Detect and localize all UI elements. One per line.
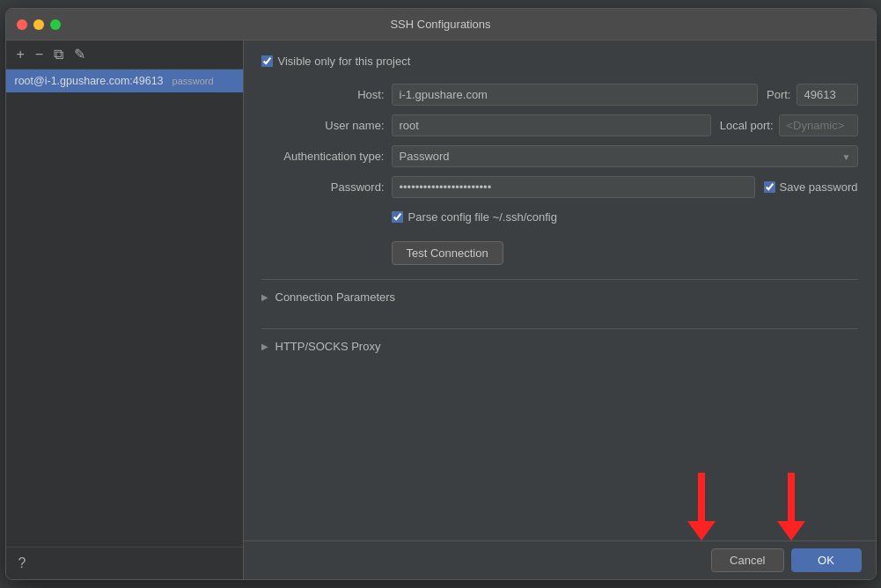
local-port-label: Local port: xyxy=(720,119,774,132)
http-socks-toggle[interactable]: ▶ HTTP/SOCKS Proxy xyxy=(261,336,858,356)
password-input[interactable] xyxy=(392,176,755,198)
http-socks-section: ▶ HTTP/SOCKS Proxy xyxy=(261,328,858,364)
arrows-container xyxy=(244,461,876,540)
port-label: Port: xyxy=(767,88,790,101)
connection-params-section: ▶ Connection Parameters xyxy=(261,279,858,314)
save-password-checkbox[interactable] xyxy=(764,181,775,193)
dialog-title: SSH Configurations xyxy=(390,18,490,31)
main-content: + − ⧉ ✎ root@i-1.gpushare.com:49613 pass… xyxy=(6,40,876,579)
sidebar-spacer xyxy=(6,92,243,547)
window-controls xyxy=(17,19,61,30)
red-arrow-cancel xyxy=(687,473,716,540)
http-socks-label: HTTP/SOCKS Proxy xyxy=(275,340,381,353)
host-label: Host: xyxy=(261,88,385,101)
arrow-head-1 xyxy=(687,521,716,540)
bottom-bar: Cancel OK xyxy=(244,540,876,579)
host-input-wrapper xyxy=(392,84,759,106)
arrow-shaft-2 xyxy=(788,473,795,521)
arrow-shaft-1 xyxy=(698,473,705,521)
edit-config-button[interactable]: ✎ xyxy=(70,46,89,63)
test-connection-wrapper: Test Connection xyxy=(392,232,858,265)
visible-only-label[interactable]: Visible only for this project xyxy=(278,55,411,68)
title-bar: SSH Configurations xyxy=(6,9,876,40)
http-socks-triangle-icon: ▶ xyxy=(261,342,268,351)
sidebar-item-root-config[interactable]: root@i-1.gpushare.com:49613 password xyxy=(6,70,243,92)
maximize-button[interactable] xyxy=(50,19,61,30)
test-connection-button[interactable]: Test Connection xyxy=(392,241,503,265)
parse-config-checkbox[interactable] xyxy=(392,211,403,223)
add-config-button[interactable]: + xyxy=(13,46,28,63)
copy-config-button[interactable]: ⧉ xyxy=(50,46,67,63)
close-button[interactable] xyxy=(17,19,27,30)
right-layout: Visible only for this project Host: Port… xyxy=(244,40,876,579)
save-password-label[interactable]: Save password xyxy=(780,180,858,194)
sidebar-help-area: ? xyxy=(6,547,243,579)
username-localport-row: Local port: xyxy=(392,114,858,136)
minimize-button[interactable] xyxy=(33,19,44,30)
config-item-tag: password xyxy=(173,76,214,86)
visible-only-row: Visible only for this project xyxy=(261,55,858,68)
ssh-configurations-dialog: SSH Configurations + − ⧉ ✎ root@i-1.gpus… xyxy=(5,8,877,580)
auth-type-label: Authentication type: xyxy=(261,150,385,163)
arrow-head-2 xyxy=(777,521,805,540)
remove-config-button[interactable]: − xyxy=(32,46,47,63)
connection-params-toggle[interactable]: ▶ Connection Parameters xyxy=(261,287,858,307)
right-panel: Visible only for this project Host: Port… xyxy=(244,40,876,461)
ok-button[interactable]: OK xyxy=(791,548,862,572)
red-arrow-ok xyxy=(777,473,805,540)
host-input[interactable] xyxy=(392,84,759,106)
username-input-wrapper xyxy=(392,114,711,136)
cancel-button[interactable]: Cancel xyxy=(711,548,783,572)
sidebar-toolbar: + − ⧉ ✎ xyxy=(6,40,243,70)
auth-type-select-wrapper: Password Key pair OpenSSH config and aut… xyxy=(392,145,858,167)
parse-config-row: Parse config file ~/.ssh/config xyxy=(392,210,858,224)
config-item-name: root@i-1.gpushare.com:49613 xyxy=(15,75,164,87)
password-label: Password: xyxy=(261,180,385,194)
connection-params-label: Connection Parameters xyxy=(275,290,396,304)
connection-params-triangle-icon: ▶ xyxy=(261,292,268,302)
auth-type-select[interactable]: Password Key pair OpenSSH config and aut… xyxy=(392,145,858,167)
host-port-row: Port: xyxy=(392,84,858,106)
port-input[interactable] xyxy=(797,84,858,106)
username-label: User name: xyxy=(261,119,385,132)
sidebar: + − ⧉ ✎ root@i-1.gpushare.com:49613 pass… xyxy=(6,40,244,579)
local-port-input[interactable] xyxy=(779,114,858,136)
save-password-section: Save password xyxy=(764,180,858,194)
localport-section: Local port: xyxy=(720,114,858,136)
parse-config-label[interactable]: Parse config file ~/.ssh/config xyxy=(408,210,557,224)
visible-only-checkbox[interactable] xyxy=(261,55,273,67)
password-row: Save password xyxy=(392,176,858,198)
port-section: Port: xyxy=(767,84,857,106)
username-input[interactable] xyxy=(392,114,711,136)
help-button[interactable]: ? xyxy=(15,555,30,572)
form-grid: Host: Port: User name: xyxy=(261,84,858,265)
